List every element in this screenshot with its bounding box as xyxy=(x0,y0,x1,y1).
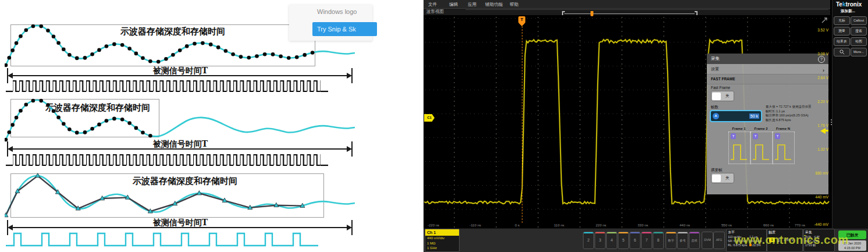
menu-file[interactable]: 文件 xyxy=(428,2,437,8)
trigger-position-line xyxy=(522,26,522,223)
summary-frame-label: 摘要帧 xyxy=(711,168,723,173)
trigger-source-chip: 1 xyxy=(769,237,775,242)
channel2-button[interactable]: 2 xyxy=(583,232,594,249)
v-label-3: 2.20 V xyxy=(795,100,828,104)
channel1-badge-title: Ch 1 xyxy=(425,229,459,236)
v-label-5: 1.32 V xyxy=(795,147,828,151)
rising-edge-icon xyxy=(777,237,782,243)
add-new-label: 添加新... xyxy=(841,9,855,14)
waveform-view-label: 波形视图 xyxy=(426,9,444,15)
frame-count-input[interactable]: A 50 k xyxy=(710,110,762,122)
panel2-axis-label: 被测信号时间T xyxy=(153,139,208,150)
panel3-aliased-waveform xyxy=(5,172,355,219)
frameN-pulse-icon xyxy=(774,141,792,162)
menu-help[interactable]: 帮助 xyxy=(510,2,518,8)
channel4-button[interactable]: 4 xyxy=(606,232,617,249)
frame2-pulse-icon xyxy=(752,141,770,162)
popup-title: 采集 xyxy=(711,56,720,61)
search-button[interactable]: 搜索 xyxy=(851,27,867,36)
knob-a-icon: A xyxy=(713,113,719,119)
acquisition-badge[interactable]: 采集 自动, 分析 模式: 采样 1733 帧 xyxy=(803,229,835,252)
snip-sketch-button[interactable]: Try Snip & Sk xyxy=(312,22,377,36)
triggered-run-button[interactable]: 已触发 xyxy=(838,230,866,239)
fastframe-info: 最大值 = 72.727 k 使用这些设置 帧时长:1.1 μs 帧分辨率:16… xyxy=(766,105,825,122)
acq-mode-a: 自动, xyxy=(805,235,812,239)
channel1-badge[interactable]: Ch 1 440 mV/div 1 MΩ 1 GHz xyxy=(425,229,460,252)
trigger-badge[interactable]: 触发 1 1.65 V xyxy=(767,229,803,252)
channel6-button[interactable]: 6 xyxy=(629,232,641,249)
acq-mode-b: 分析 xyxy=(814,235,820,239)
summary-frame-toggle[interactable]: 关 xyxy=(711,173,734,183)
channel3-button[interactable]: 3 xyxy=(595,232,606,249)
fastframe-state: 关 xyxy=(721,94,734,99)
time-text: 4:15:00 PM xyxy=(838,246,866,250)
menu-utility[interactable]: 辅助功能 xyxy=(485,2,503,8)
info-duration: 帧时长:1.1 μs xyxy=(766,109,825,114)
t-label-5: 330 ns xyxy=(631,223,654,227)
menu-edit[interactable]: 编辑 xyxy=(449,2,458,8)
scope-menubar xyxy=(424,0,830,8)
frame1-label: Frame 1 xyxy=(727,127,750,130)
toggle-knob xyxy=(712,175,721,182)
panel1-clock-signal xyxy=(6,79,332,93)
trigger-level: 1.65 V xyxy=(784,238,794,242)
afg-button[interactable]: AFG xyxy=(713,232,725,249)
info-length: 帧长度:6.875 kpts xyxy=(766,118,825,123)
t-label-1: -110 ns xyxy=(464,223,487,227)
panel2-arrowhead-left xyxy=(8,146,13,152)
panel2-clock-signal xyxy=(6,153,332,167)
dvm-button[interactable]: DVM xyxy=(702,232,713,249)
menu-apps[interactable]: 应用 xyxy=(468,2,476,8)
zoom-overview-icon[interactable] xyxy=(821,17,828,24)
v-label-2: 2.64 V xyxy=(795,76,828,80)
callout-button[interactable]: Callout xyxy=(851,16,867,25)
results-table-button[interactable]: 结果表 xyxy=(834,37,850,46)
trigger-position-flag[interactable]: T xyxy=(518,16,525,23)
trigger-flag-tip xyxy=(519,23,525,26)
fastframe-toggle[interactable]: 关 xyxy=(711,91,734,101)
channel1-scale: 440 mV/div xyxy=(425,236,459,241)
channel7-button[interactable]: 7 xyxy=(641,232,652,249)
trigger-level-arrow[interactable] xyxy=(820,128,826,134)
panel2-sampled-waveform xyxy=(5,97,355,143)
settings-label: 设置 xyxy=(711,67,719,71)
panel-drag-handle[interactable] xyxy=(830,118,833,129)
acq-line2: 模式: 采样 xyxy=(804,239,834,243)
v-label-bottom: -440 mV xyxy=(795,222,828,226)
help-icon[interactable]: ? xyxy=(818,56,825,63)
timeline-track xyxy=(465,9,828,10)
trigger-level-tail xyxy=(826,130,828,132)
panel3-clock-signal xyxy=(6,230,343,248)
bus-button[interactable]: 总线 xyxy=(689,232,700,249)
cursor-button[interactable]: 光标 xyxy=(834,16,850,25)
channel5-button[interactable]: 5 xyxy=(618,232,629,249)
v-label-1: 3.08 V xyxy=(795,52,828,56)
v-label-6: 880 mV xyxy=(795,171,828,175)
minimap-bar[interactable] xyxy=(564,13,695,14)
fastframe-label: Fast Frame xyxy=(711,86,730,90)
more-button[interactable]: More... xyxy=(851,48,867,56)
magnifier-icon xyxy=(839,49,845,55)
ref-button[interactable]: 参考 xyxy=(677,232,688,249)
panel1-arrowhead-right xyxy=(347,73,352,79)
acq-frame-count: 1733 帧 xyxy=(804,243,834,247)
storage-depth-diagram: 示波器存储深度和存储时间 被测信号时间T 示波器存储深度和存储时间 被测信号时 xyxy=(0,0,424,252)
channel1-bandwidth: 1 GHz xyxy=(425,246,459,251)
t-label-6: 440 ns xyxy=(673,223,696,227)
frame-count-value: 50 k xyxy=(749,113,759,119)
frame1-pulse-icon xyxy=(730,141,748,162)
plot-button[interactable]: 绘图 xyxy=(851,37,867,46)
info-resolution: 帧分辨率:160 ps/pt(6.25 GSA) xyxy=(766,113,825,118)
digital-button[interactable]: 数字 xyxy=(666,232,677,249)
horizontal-badge[interactable]: 水平 110 ns/div SR: 6.25 GSA RL: 6.875 kpt… xyxy=(726,229,767,252)
record-length: RL: 6.875 kpts xyxy=(728,243,747,247)
settings-row[interactable]: 设置 › xyxy=(707,64,828,74)
measure-button[interactable]: 测量 xyxy=(834,27,850,36)
frameN-label: Frame N xyxy=(771,127,795,130)
horizontal-scale: 110 ns/div xyxy=(728,235,747,239)
channel8-button[interactable]: 8 xyxy=(653,232,664,249)
trigger-title: 触发 xyxy=(767,229,802,235)
zoom-tool-button[interactable] xyxy=(834,48,850,56)
summary-frame-state: 关 xyxy=(721,176,734,181)
chevron-right-icon: › xyxy=(823,66,824,76)
